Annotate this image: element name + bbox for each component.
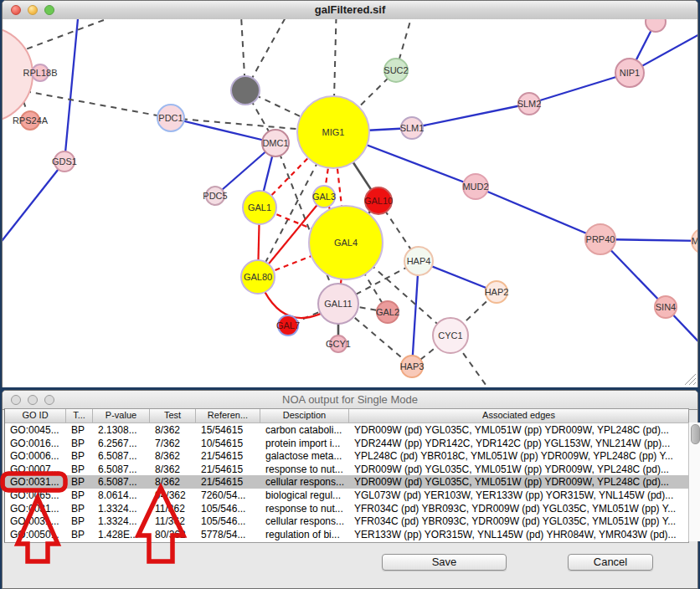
table-row[interactable]: GO:0007...BP6.5087...8/36221/54615respon… [5,463,688,476]
network-edge [3,161,64,248]
network-edge [17,19,155,53]
cell-test: 80/362 [150,528,196,541]
cell-p-value: 2.1308... [93,423,150,437]
cell-description: response to nut... [260,502,349,515]
cell-go-id: GO:0065... [5,489,66,502]
network-window-title: galFiltered.sif [315,3,386,16]
cell-type: BP [66,449,93,463]
cell-reference: 15/54615 [196,423,260,437]
noa-window-titlebar[interactable]: NOA output for Single Mode [3,391,697,410]
resize-grip[interactable] [682,371,697,386]
cell-associated-edges: YDR009W (pd) YGL035C, YML051W (pp) YDR00… [349,475,688,489]
cell-associated-edges: YER133W (pp) YOR315W, YNL145W (pd) YHR08… [349,528,688,541]
node-label: MSN5 [692,236,697,246]
cell-test: 11/362 [150,502,196,515]
zoom-button[interactable] [44,395,54,405]
traffic-lights [11,5,54,15]
cell-associated-edges: YGL073W (pd) YER103W, YER133W (pp) YOR31… [349,489,688,502]
cell-test: 94/362 [150,489,196,502]
node-label: GAL4 [334,238,358,248]
cell-go-id: GO:0006... [5,449,66,463]
table-row[interactable]: GO:0031...BP1.3324...11/362105/546...res… [5,502,688,515]
cell-p-value: 1.3324... [93,502,150,515]
cell-type: BP [66,515,93,528]
table-row[interactable]: GO:0006...BP6.5087...8/36221/54615galact… [5,449,688,463]
network-edge [529,73,630,104]
table-row[interactable]: GO:0050...BP1.428E...80/3625778/54...reg… [5,528,688,541]
node-label: HAP2 [485,287,509,297]
minimize-button[interactable] [28,395,38,405]
node-label: GAL80 [244,272,272,282]
close-button[interactable] [11,395,21,405]
table-header: GO IDT...P-valueTestReferen...Desciption… [5,409,688,423]
network-edge [171,118,275,143]
table-row[interactable]: GO:0016...BP6.2567...7/36210/54615protei… [5,437,688,450]
cell-type: BP [66,528,93,541]
cell-go-id: GO:0031... [5,475,66,489]
cell-description: response to nut... [260,463,349,476]
cell-test: 8/362 [150,423,196,437]
table-row[interactable]: GO:0031...BP1.3324...11/362105/546...cel… [5,515,688,528]
column-header-t[interactable]: T... [66,409,93,423]
cell-go-id: GO:0045... [5,423,66,437]
cell-p-value: 1.428E... [93,528,150,541]
cell-description: biological regul... [260,489,349,502]
vertical-scrollbar[interactable] [688,423,700,541]
gray-node[interactable] [231,76,260,105]
node-label: RPS24A [13,115,49,125]
cell-reference: 105/546... [196,502,260,515]
column-header-associated-edges[interactable]: Associated edges [349,409,688,423]
node-label: GCY1 [326,339,351,349]
network-canvas[interactable]: RPL18BRPS24AGDS1PDC1DMC1MIG1SUC2SLM1SLM2… [3,19,697,387]
top-right-node[interactable] [646,19,666,32]
cell-associated-edges: YFR034C (pd) YBR093C, YDR009W (pd) YGL03… [349,502,688,515]
cell-go-id: GO:0007... [5,463,66,476]
node-label: DMC1 [262,138,288,148]
network-window-titlebar[interactable]: galFiltered.sif [3,1,697,20]
cell-description: galactose meta... [260,449,349,463]
column-header-go-id[interactable]: GO ID [5,409,66,423]
cell-test: 7/362 [150,437,196,450]
cell-description: carbon cataboli... [260,423,349,437]
cell-reference: 21/54615 [196,475,260,489]
minimize-button[interactable] [28,5,38,15]
cell-type: BP [66,489,93,502]
node-label: GDS1 [52,156,77,166]
node-label: PDC1 [158,113,183,123]
cell-p-value: 1.3324... [93,515,150,528]
table-row[interactable]: GO:0065...BP8.0614...94/3627260/54...bio… [5,489,688,502]
node-label: GAL3 [312,192,336,202]
cell-reference: 10/54615 [196,437,260,450]
cell-go-id: GO:0016... [5,437,66,450]
noa-output-window: NOA output for Single Mode GO IDT...P-va… [2,390,698,589]
network-edge [412,261,419,366]
zoom-button[interactable] [44,5,54,15]
cell-type: BP [66,463,93,476]
node-label: MUD2 [462,182,488,192]
node-label: GAL1 [248,202,271,213]
cell-type: BP [66,423,93,437]
network-window: galFiltered.sif RPL18BRPS24AGDS1PDC1DMC1… [2,0,698,387]
cell-associated-edges: YFR034C (pd) YBR093C, YDR009W (pd) YGL03… [349,515,688,528]
table-row[interactable]: GO:0045...BP2.1308...8/36215/54615carbon… [5,423,688,437]
table-row[interactable]: GO:0031...BP6.5087...8/36221/54615cellul… [5,475,688,489]
column-header-test[interactable]: Test [150,409,196,423]
column-header-referen[interactable]: Referen... [196,409,260,423]
column-header-p-value[interactable]: P-value [93,409,150,423]
cancel-button[interactable]: Cancel [568,554,653,571]
column-header-desciption[interactable]: Desciption [260,409,349,423]
results-table: GO IDT...P-valueTestReferen...Desciption… [4,408,689,543]
node-label: SLM2 [517,99,542,109]
network-edge [25,91,171,118]
cell-go-id: GO:0031... [5,502,66,515]
scrollbar-thumb[interactable] [691,424,700,444]
save-button[interactable]: Save [382,554,507,571]
cell-test: 8/362 [150,449,196,463]
node-label: GAL10 [364,196,393,206]
cell-associated-edges: YDR009W (pd) YGL035C, YML051W (pp) YDR00… [349,463,688,476]
cell-test: 8/362 [150,463,196,476]
close-button[interactable] [11,5,21,15]
cell-type: BP [66,437,93,450]
cell-go-id: GO:0050... [5,528,66,541]
node-label: GAL11 [324,299,352,309]
